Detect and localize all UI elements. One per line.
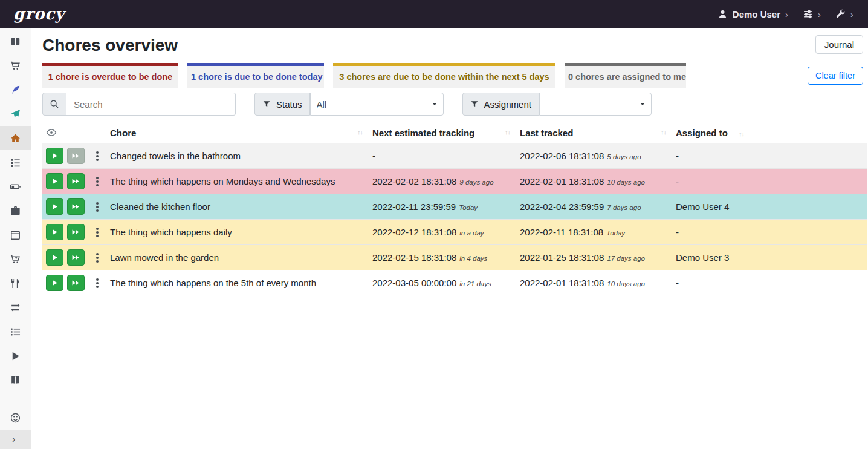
list-check-icon xyxy=(10,157,21,168)
clear-filter-button[interactable]: Clear filter xyxy=(808,67,863,85)
skip-chore-button[interactable] xyxy=(67,224,85,240)
book-icon xyxy=(10,375,21,386)
summary-card[interactable]: 3 chores are due to be done within the n… xyxy=(333,63,555,88)
battery-icon xyxy=(10,181,21,192)
next-tracking-datetime: 2022-02-11 23:59:59 xyxy=(372,202,456,212)
grocy-logo[interactable]: grocy xyxy=(13,5,65,23)
briefcase-icon xyxy=(10,205,21,217)
sidebar-item-chore-tracking[interactable] xyxy=(0,344,31,368)
table-header-row: Chore ↑↓ Next estimated tracking ↑↓ Last… xyxy=(42,122,867,143)
last-tracked-timeago: 5 days ago xyxy=(607,153,641,160)
play-icon xyxy=(10,350,21,362)
sidebar-item-consume[interactable] xyxy=(0,271,31,295)
row-menu-button[interactable] xyxy=(92,148,103,164)
sort-icon: ↑↓ xyxy=(357,128,363,136)
next-tracking-datetime: 2022-03-05 00:00:00 xyxy=(372,278,456,288)
last-tracked-timeago: 17 days ago xyxy=(607,255,645,262)
skip-chore-button[interactable] xyxy=(67,275,85,291)
sort-header-assigned-to[interactable]: Assigned to ↑↓ xyxy=(672,122,867,143)
row-menu-button[interactable] xyxy=(92,275,103,291)
ellipsis-vertical-icon xyxy=(96,206,99,208)
track-chore-button[interactable] xyxy=(46,198,63,215)
table-row: The thing which happens on the 5th of ev… xyxy=(42,270,867,296)
page-title: Chores overview xyxy=(42,35,178,56)
ellipsis-vertical-icon xyxy=(96,180,99,183)
sidebar-item-shopping-list[interactable] xyxy=(0,53,31,77)
row-menu-button[interactable] xyxy=(92,198,103,215)
sidebar-item-transfer[interactable] xyxy=(0,295,31,320)
filter-row: Status All Assignment xyxy=(42,93,867,116)
next-tracking-timeago: 9 days ago xyxy=(459,179,493,186)
sidebar-item-inventory[interactable] xyxy=(0,320,31,344)
chore-name: Lawn mowed in the garden xyxy=(110,252,219,263)
sort-header-last-tracked[interactable]: Last tracked ↑↓ xyxy=(516,122,672,143)
sort-icon: ↑↓ xyxy=(661,128,666,136)
table-row: Lawn mowed in the garden 2022-02-15 18:3… xyxy=(42,245,867,270)
summary-cards-row: 1 chore is overdue to be done 1 chore is… xyxy=(42,63,867,88)
skip-chore-button[interactable] xyxy=(67,249,85,266)
header-label: Chore xyxy=(110,128,136,138)
sidebar-item-battery-tracking[interactable] xyxy=(0,368,31,392)
sort-icon: ↑↓ xyxy=(739,130,744,137)
sort-icon: ↑↓ xyxy=(505,128,510,136)
sidebar-item-chores-overview[interactable] xyxy=(0,126,31,150)
column-visibility-eye-icon[interactable] xyxy=(46,127,103,138)
skip-chore-button[interactable] xyxy=(67,173,85,189)
row-menu-button[interactable] xyxy=(92,224,103,240)
sort-header-chore[interactable]: Chore ↑↓ xyxy=(106,122,369,143)
table-row: The thing which happens on Mondays and W… xyxy=(42,169,867,194)
assigned-user: - xyxy=(676,227,679,237)
last-tracked-timeago: 10 days ago xyxy=(607,280,645,287)
chevron-right-icon: › xyxy=(818,9,821,19)
summary-card[interactable]: 1 chore is overdue to be done xyxy=(42,63,178,88)
admin-menu[interactable]: › xyxy=(835,9,853,19)
sidebar-expand-toggle[interactable]: › xyxy=(0,430,31,449)
user-menu[interactable]: Demo User › xyxy=(717,9,788,19)
ellipsis-vertical-icon xyxy=(96,231,99,234)
track-chore-button[interactable] xyxy=(46,275,63,291)
skip-chore-button[interactable] xyxy=(67,198,85,215)
chore-name: The thing which happens on Mondays and W… xyxy=(110,176,335,186)
search-icon xyxy=(42,93,66,116)
last-tracked-datetime: 2022-02-01 18:31:08 xyxy=(520,176,604,186)
sort-header-next-tracking[interactable]: Next estimated tracking ↑↓ xyxy=(369,122,516,143)
row-menu-button[interactable] xyxy=(92,249,103,266)
assigned-user: - xyxy=(676,151,679,161)
sidebar-item-stock-overview[interactable] xyxy=(0,29,31,53)
settings-menu[interactable]: › xyxy=(803,9,821,19)
assignment-filter-select[interactable] xyxy=(539,93,652,116)
row-menu-button[interactable] xyxy=(92,173,103,189)
smiley-icon xyxy=(10,412,21,424)
track-chore-button[interactable] xyxy=(46,148,63,164)
search-input[interactable] xyxy=(66,93,236,116)
next-tracking-timeago: in 4 days xyxy=(459,255,487,262)
status-filter-select[interactable]: All xyxy=(310,93,444,116)
sidebar-item-recipes[interactable] xyxy=(0,77,31,102)
track-chore-button[interactable] xyxy=(46,249,63,266)
sidebar-item-meal-plan[interactable] xyxy=(0,102,31,126)
skip-chore-button[interactable] xyxy=(67,148,85,164)
assigned-user: - xyxy=(676,278,679,288)
boxes-icon xyxy=(10,36,21,47)
calendar-icon xyxy=(10,229,21,241)
sidebar-item-feedback[interactable] xyxy=(0,405,31,430)
sidebar-item-equipment[interactable] xyxy=(0,198,31,223)
chore-name: The thing which happens daily xyxy=(110,227,232,237)
sidebar-item-purchase[interactable] xyxy=(0,247,31,271)
table-row: Changed towels in the bathroom - 2022-02… xyxy=(42,143,867,169)
last-tracked-datetime: 2022-02-04 23:59:59 xyxy=(520,202,604,212)
summary-card[interactable]: 0 chores are assigned to me xyxy=(565,63,686,88)
next-tracking-timeago: in 21 days xyxy=(459,280,491,287)
next-tracking-datetime: 2022-02-12 18:31:08 xyxy=(372,227,456,237)
summary-card-text: 0 chores are assigned to me xyxy=(568,72,686,82)
filter-funnel-icon xyxy=(470,100,479,108)
journal-button[interactable]: Journal xyxy=(815,35,863,54)
sidebar-item-batteries-overview[interactable] xyxy=(0,174,31,198)
summary-card[interactable]: 1 chore is due to be done today xyxy=(187,63,324,88)
sidebar: › xyxy=(0,28,31,449)
track-chore-button[interactable] xyxy=(46,173,63,189)
sidebar-item-tasks[interactable] xyxy=(0,150,31,174)
track-chore-button[interactable] xyxy=(46,224,63,240)
next-tracking-datetime: 2022-02-15 18:31:08 xyxy=(372,252,456,263)
sidebar-item-calendar[interactable] xyxy=(0,223,31,247)
